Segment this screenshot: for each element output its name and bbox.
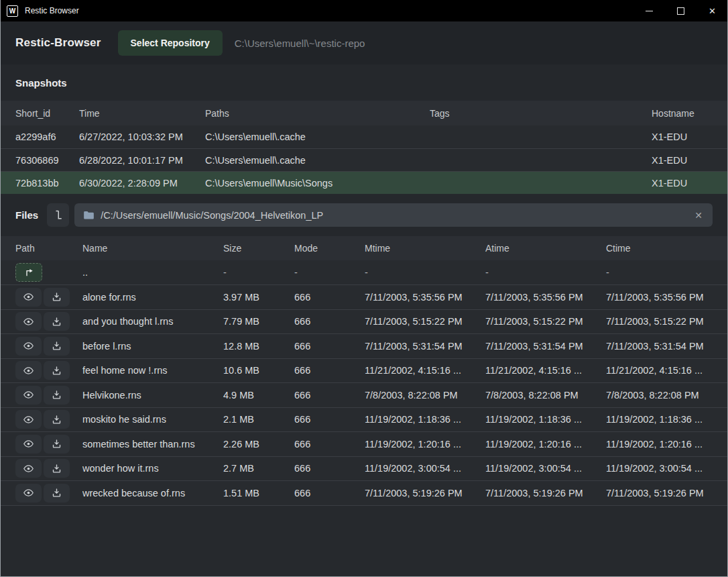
snapshot-row[interactable]: 76306869 6/28/2022, 10:01:17 PM C:\Users… xyxy=(1,148,727,171)
download-file-button[interactable] xyxy=(44,361,70,380)
file-name: and you thought l.rns xyxy=(82,316,223,327)
download-file-button[interactable] xyxy=(44,410,70,429)
preview-file-button[interactable] xyxy=(15,484,42,503)
size-format-toggle-button[interactable] xyxy=(47,203,69,227)
close-button[interactable]: ✕ xyxy=(696,0,728,21)
column-header-mtime: Mtime xyxy=(365,243,485,254)
file-mode: 666 xyxy=(294,292,365,303)
titlebar: W Restic Browser ✕ xyxy=(0,0,728,21)
files-table-header: Path Name Size Mode Mtime Atime Ctime xyxy=(1,236,727,260)
column-header-paths: Paths xyxy=(205,108,430,119)
file-row[interactable]: before l.rns 12.8 MB 666 7/11/2003, 5:31… xyxy=(1,334,727,359)
file-name: wrecked because of.rns xyxy=(82,488,223,499)
select-repository-button[interactable]: Select Repository xyxy=(118,30,223,56)
clear-path-button[interactable]: ✕ xyxy=(693,211,704,220)
file-row[interactable]: feel home now !.rns 10.6 MB 666 11/21/20… xyxy=(1,359,727,384)
file-row[interactable]: alone for.rns 3.97 MB 666 7/11/2003, 5:3… xyxy=(1,285,727,310)
preview-file-button[interactable] xyxy=(15,288,42,307)
file-ctime: 11/19/2002, 3:00:54 ... xyxy=(606,463,713,474)
snapshot-row-selected[interactable]: 72b813bb 6/30/2022, 2:28:09 PM C:\Users\… xyxy=(1,171,727,194)
download-file-button[interactable] xyxy=(44,459,70,478)
snapshot-time: 6/30/2022, 2:28:09 PM xyxy=(79,178,205,189)
file-ctime: 11/19/2002, 1:20:16 ... xyxy=(606,439,713,450)
preview-file-button[interactable] xyxy=(15,435,42,454)
file-mode: 666 xyxy=(294,463,365,474)
repository-path: C:\Users\emuell\~\restic-repo xyxy=(235,38,365,49)
clear-icon: ✕ xyxy=(694,210,703,221)
file-size: 1.51 MB xyxy=(223,488,294,499)
file-ctime: 11/19/2002, 1:18:36 ... xyxy=(606,414,713,425)
parent-directory-row[interactable]: .. - - - - - xyxy=(1,260,727,285)
snapshot-time: 6/28/2022, 10:01:17 PM xyxy=(79,155,205,166)
download-icon xyxy=(52,488,62,498)
format-toggle-icon xyxy=(53,209,63,221)
download-file-button[interactable] xyxy=(44,288,70,307)
file-atime: 7/11/2003, 5:31:54 PM xyxy=(485,341,606,352)
file-row[interactable]: Helvikone.rns 4.9 MB 666 7/8/2003, 8:22:… xyxy=(1,383,727,408)
download-file-button[interactable] xyxy=(44,337,70,356)
file-row[interactable]: moskito he said.rns 2.1 MB 666 11/19/200… xyxy=(1,408,727,433)
file-row[interactable]: wrecked because of.rns 1.51 MB 666 7/11/… xyxy=(1,481,727,506)
file-name: Helvikone.rns xyxy=(82,390,223,401)
column-header-tags: Tags xyxy=(430,108,652,119)
download-icon xyxy=(52,292,62,302)
column-header-name: Name xyxy=(82,243,223,254)
snapshot-short-id: 72b813bb xyxy=(15,178,79,189)
file-mode: 666 xyxy=(294,414,365,425)
column-header-size: Size xyxy=(223,243,294,254)
preview-file-button[interactable] xyxy=(15,410,42,429)
file-atime: 7/11/2003, 5:35:56 PM xyxy=(485,292,606,303)
current-path-value: /C:/Users/emuell/Music/Songs/2004_Helvet… xyxy=(101,210,323,221)
download-icon xyxy=(52,317,62,327)
download-file-button[interactable] xyxy=(44,484,70,503)
file-mtime: 7/11/2003, 5:15:22 PM xyxy=(365,316,485,327)
go-up-directory-button[interactable] xyxy=(15,263,42,282)
file-ctime: 7/11/2003, 5:19:26 PM xyxy=(606,488,713,499)
minimize-button[interactable] xyxy=(633,0,665,21)
preview-file-button[interactable] xyxy=(15,312,42,331)
file-mode: - xyxy=(294,267,365,278)
preview-file-button[interactable] xyxy=(15,361,42,380)
file-ctime: 7/8/2003, 8:22:08 PM xyxy=(606,390,713,401)
snapshot-short-id: 76306869 xyxy=(15,155,79,166)
download-icon xyxy=(52,366,62,376)
file-size: 2.1 MB xyxy=(223,414,294,425)
snapshot-hostname: X1-EDU xyxy=(652,178,713,189)
snapshot-paths: C:\Users\emuell\.cache xyxy=(205,155,430,166)
current-path-input[interactable]: /C:/Users/emuell/Music/Songs/2004_Helvet… xyxy=(74,203,713,227)
snapshot-paths: C:\Users\emuell\.cache xyxy=(205,132,430,142)
file-size: 4.9 MB xyxy=(223,390,294,401)
download-file-button[interactable] xyxy=(44,312,70,331)
file-row[interactable]: sometimes better than.rns 2.26 MB 666 11… xyxy=(1,432,727,457)
download-file-button[interactable] xyxy=(44,386,70,405)
file-atime: 11/21/2002, 4:15:16 ... xyxy=(485,365,606,376)
file-atime: 7/11/2003, 5:15:22 PM xyxy=(485,316,606,327)
file-size: 10.6 MB xyxy=(223,365,294,376)
column-header-hostname: Hostname xyxy=(652,108,713,119)
maximize-button[interactable] xyxy=(665,0,696,21)
eye-icon xyxy=(23,463,34,474)
preview-file-button[interactable] xyxy=(15,459,42,478)
file-row[interactable]: wonder how it.rns 2.7 MB 666 11/19/2002,… xyxy=(1,457,727,482)
file-atime: 11/19/2002, 1:18:36 ... xyxy=(485,414,606,425)
column-header-atime: Atime xyxy=(485,243,606,254)
preview-file-button[interactable] xyxy=(15,386,42,405)
eye-icon xyxy=(23,291,34,303)
preview-file-button[interactable] xyxy=(15,337,42,356)
download-file-button[interactable] xyxy=(44,435,70,454)
file-name: sometimes better than.rns xyxy=(82,439,223,450)
eye-icon xyxy=(23,438,34,450)
window-title: Restic Browser xyxy=(25,6,79,15)
file-mode: 666 xyxy=(294,341,365,352)
file-ctime: - xyxy=(606,267,713,278)
file-row[interactable]: and you thought l.rns 7.79 MB 666 7/11/2… xyxy=(1,310,727,335)
file-atime: 11/19/2002, 1:20:16 ... xyxy=(485,439,606,450)
app-header: Restic-Browser Select Repository C:\User… xyxy=(1,21,727,64)
file-ctime: 7/11/2003, 5:15:22 PM xyxy=(606,316,713,327)
folder-icon xyxy=(83,211,95,220)
eye-icon xyxy=(23,340,34,352)
file-size: 2.26 MB xyxy=(223,439,294,450)
snapshot-row[interactable]: a2299af6 6/27/2022, 10:03:32 PM C:\Users… xyxy=(1,125,727,148)
file-ctime: 11/21/2002, 4:15:16 ... xyxy=(606,365,713,376)
column-header-path: Path xyxy=(15,243,82,254)
